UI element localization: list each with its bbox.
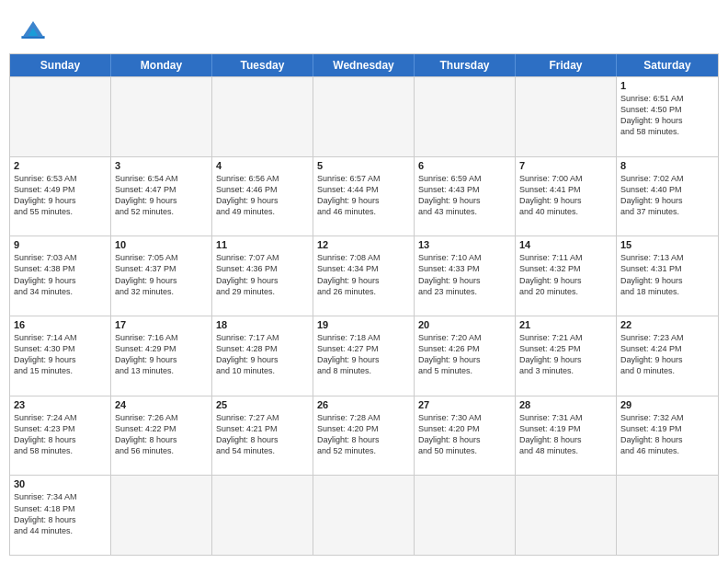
day-number: 23 — [14, 399, 107, 410]
calendar-header: SundayMondayTuesdayWednesdayThursdayFrid… — [10, 54, 718, 76]
day-number: 9 — [14, 239, 107, 250]
weekday-header-friday: Friday — [516, 54, 617, 76]
weekday-header-tuesday: Tuesday — [212, 54, 313, 76]
day-info: Sunrise: 7:02 AM Sunset: 4:40 PM Dayligh… — [620, 173, 714, 218]
calendar-cell-5-2 — [212, 476, 313, 555]
day-info: Sunrise: 6:54 AM Sunset: 4:47 PM Dayligh… — [115, 173, 208, 218]
calendar-cell-0-1 — [111, 77, 212, 156]
day-number: 4 — [216, 160, 309, 171]
day-info: Sunrise: 7:17 AM Sunset: 4:28 PM Dayligh… — [216, 332, 309, 377]
calendar-cell-4-3: 26Sunrise: 7:28 AM Sunset: 4:20 PM Dayli… — [313, 396, 415, 476]
day-info: Sunrise: 7:07 AM Sunset: 4:36 PM Dayligh… — [216, 252, 309, 297]
calendar: SundayMondayTuesdayWednesdayThursdayFrid… — [9, 53, 719, 556]
day-number: 25 — [216, 399, 309, 410]
calendar-row-1: 2Sunrise: 6:53 AM Sunset: 4:49 PM Daylig… — [10, 156, 718, 236]
day-number: 21 — [519, 319, 612, 330]
day-info: Sunrise: 6:51 AM Sunset: 4:50 PM Dayligh… — [620, 93, 714, 138]
page: SundayMondayTuesdayWednesdayThursdayFrid… — [0, 0, 728, 563]
day-number: 17 — [115, 319, 208, 330]
day-info: Sunrise: 7:00 AM Sunset: 4:41 PM Dayligh… — [519, 173, 612, 218]
day-number: 18 — [216, 319, 309, 330]
calendar-cell-1-1: 3Sunrise: 6:54 AM Sunset: 4:47 PM Daylig… — [111, 157, 212, 236]
day-info: Sunrise: 7:08 AM Sunset: 4:34 PM Dayligh… — [317, 252, 410, 297]
day-number: 6 — [418, 160, 511, 171]
calendar-cell-1-0: 2Sunrise: 6:53 AM Sunset: 4:49 PM Daylig… — [10, 157, 111, 236]
day-number: 3 — [115, 160, 208, 171]
calendar-cell-1-3: 5Sunrise: 6:57 AM Sunset: 4:44 PM Daylig… — [313, 157, 415, 236]
calendar-cell-4-1: 24Sunrise: 7:26 AM Sunset: 4:22 PM Dayli… — [111, 396, 212, 476]
day-number: 15 — [620, 239, 714, 250]
day-number: 28 — [519, 399, 612, 410]
logo-icon — [17, 13, 50, 46]
day-number: 2 — [14, 160, 107, 171]
day-info: Sunrise: 7:11 AM Sunset: 4:32 PM Dayligh… — [519, 252, 612, 297]
calendar-cell-2-1: 10Sunrise: 7:05 AM Sunset: 4:37 PM Dayli… — [111, 236, 212, 316]
calendar-cell-2-6: 15Sunrise: 7:13 AM Sunset: 4:31 PM Dayli… — [617, 236, 718, 316]
day-number: 22 — [620, 319, 714, 330]
day-number: 12 — [317, 239, 410, 250]
calendar-cell-0-0 — [10, 77, 111, 156]
calendar-cell-1-2: 4Sunrise: 6:56 AM Sunset: 4:46 PM Daylig… — [212, 157, 313, 236]
calendar-row-4: 23Sunrise: 7:24 AM Sunset: 4:23 PM Dayli… — [10, 396, 718, 476]
logo — [17, 13, 55, 46]
day-number: 1 — [620, 80, 714, 91]
calendar-cell-4-0: 23Sunrise: 7:24 AM Sunset: 4:23 PM Dayli… — [10, 396, 111, 476]
day-info: Sunrise: 7:23 AM Sunset: 4:24 PM Dayligh… — [620, 332, 714, 377]
calendar-cell-4-2: 25Sunrise: 7:27 AM Sunset: 4:21 PM Dayli… — [212, 396, 313, 476]
calendar-cell-0-5 — [516, 77, 617, 156]
day-number: 13 — [418, 239, 511, 250]
day-info: Sunrise: 7:32 AM Sunset: 4:19 PM Dayligh… — [620, 412, 714, 457]
weekday-header-wednesday: Wednesday — [313, 54, 415, 76]
calendar-cell-5-1 — [111, 476, 212, 555]
day-info: Sunrise: 7:27 AM Sunset: 4:21 PM Dayligh… — [216, 412, 309, 457]
day-number: 16 — [14, 319, 107, 330]
calendar-cell-4-4: 27Sunrise: 7:30 AM Sunset: 4:20 PM Dayli… — [415, 396, 516, 476]
weekday-header-monday: Monday — [111, 54, 212, 76]
calendar-cell-4-6: 29Sunrise: 7:32 AM Sunset: 4:19 PM Dayli… — [617, 396, 718, 476]
calendar-row-2: 9Sunrise: 7:03 AM Sunset: 4:38 PM Daylig… — [10, 236, 718, 316]
calendar-cell-3-6: 22Sunrise: 7:23 AM Sunset: 4:24 PM Dayli… — [617, 316, 718, 396]
calendar-cell-0-2 — [212, 77, 313, 156]
day-info: Sunrise: 7:14 AM Sunset: 4:30 PM Dayligh… — [14, 332, 107, 377]
day-number: 20 — [418, 319, 511, 330]
day-info: Sunrise: 7:18 AM Sunset: 4:27 PM Dayligh… — [317, 332, 410, 377]
day-number: 30 — [14, 478, 107, 489]
day-info: Sunrise: 7:26 AM Sunset: 4:22 PM Dayligh… — [115, 412, 208, 457]
day-number: 10 — [115, 239, 208, 250]
calendar-cell-3-3: 19Sunrise: 7:18 AM Sunset: 4:27 PM Dayli… — [313, 316, 415, 396]
calendar-cell-5-6 — [617, 476, 718, 555]
calendar-cell-0-4 — [415, 77, 516, 156]
calendar-cell-0-6: 1Sunrise: 6:51 AM Sunset: 4:50 PM Daylig… — [617, 77, 718, 156]
calendar-cell-2-4: 13Sunrise: 7:10 AM Sunset: 4:33 PM Dayli… — [415, 236, 516, 316]
calendar-cell-1-4: 6Sunrise: 6:59 AM Sunset: 4:43 PM Daylig… — [415, 157, 516, 236]
calendar-row-3: 16Sunrise: 7:14 AM Sunset: 4:30 PM Dayli… — [10, 316, 718, 396]
calendar-cell-5-0: 30Sunrise: 7:34 AM Sunset: 4:18 PM Dayli… — [10, 476, 111, 555]
calendar-cell-5-5 — [516, 476, 617, 555]
day-info: Sunrise: 6:53 AM Sunset: 4:49 PM Dayligh… — [14, 173, 107, 218]
calendar-cell-3-4: 20Sunrise: 7:20 AM Sunset: 4:26 PM Dayli… — [415, 316, 516, 396]
day-info: Sunrise: 7:13 AM Sunset: 4:31 PM Dayligh… — [620, 252, 714, 297]
day-number: 5 — [317, 160, 410, 171]
calendar-cell-3-0: 16Sunrise: 7:14 AM Sunset: 4:30 PM Dayli… — [10, 316, 111, 396]
day-info: Sunrise: 7:24 AM Sunset: 4:23 PM Dayligh… — [14, 412, 107, 457]
calendar-cell-3-1: 17Sunrise: 7:16 AM Sunset: 4:29 PM Dayli… — [111, 316, 212, 396]
day-number: 19 — [317, 319, 410, 330]
day-number: 29 — [620, 399, 714, 410]
day-number: 8 — [620, 160, 714, 171]
calendar-cell-1-6: 8Sunrise: 7:02 AM Sunset: 4:40 PM Daylig… — [617, 157, 718, 236]
calendar-cell-3-5: 21Sunrise: 7:21 AM Sunset: 4:25 PM Dayli… — [516, 316, 617, 396]
calendar-cell-5-3 — [313, 476, 415, 555]
calendar-cell-3-2: 18Sunrise: 7:17 AM Sunset: 4:28 PM Dayli… — [212, 316, 313, 396]
day-info: Sunrise: 7:05 AM Sunset: 4:37 PM Dayligh… — [115, 252, 208, 297]
day-info: Sunrise: 6:56 AM Sunset: 4:46 PM Dayligh… — [216, 173, 309, 218]
day-info: Sunrise: 7:31 AM Sunset: 4:19 PM Dayligh… — [519, 412, 612, 457]
day-info: Sunrise: 7:30 AM Sunset: 4:20 PM Dayligh… — [418, 412, 511, 457]
weekday-header-thursday: Thursday — [415, 54, 516, 76]
weekday-header-saturday: Saturday — [617, 54, 718, 76]
day-info: Sunrise: 6:57 AM Sunset: 4:44 PM Dayligh… — [317, 173, 410, 218]
day-number: 26 — [317, 399, 410, 410]
calendar-row-5: 30Sunrise: 7:34 AM Sunset: 4:18 PM Dayli… — [10, 475, 718, 555]
calendar-cell-2-3: 12Sunrise: 7:08 AM Sunset: 4:34 PM Dayli… — [313, 236, 415, 316]
day-info: Sunrise: 7:16 AM Sunset: 4:29 PM Dayligh… — [115, 332, 208, 377]
header — [0, 0, 728, 53]
